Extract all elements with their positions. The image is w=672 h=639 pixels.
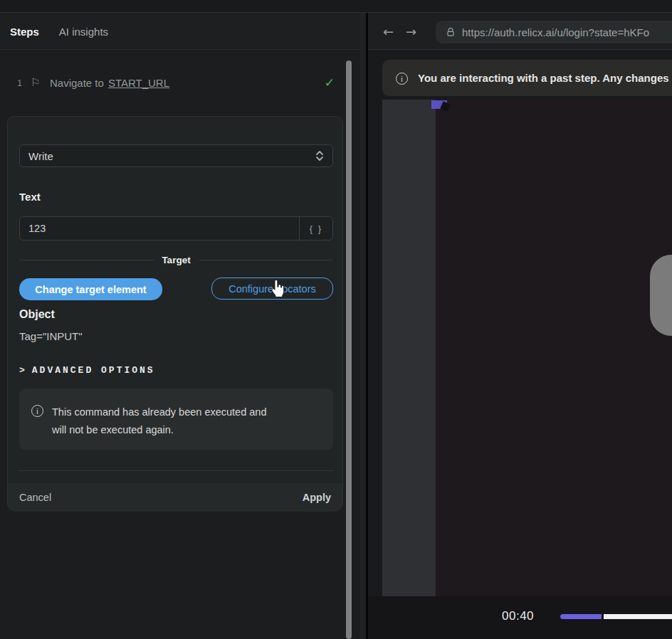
lock-icon — [446, 27, 456, 38]
recorded-page-viewport[interactable] — [382, 100, 672, 596]
floating-handle-pill[interactable] — [650, 255, 672, 336]
advanced-options-label: ADVANCED OPTIONS — [32, 365, 155, 376]
tab-ai-insights[interactable]: AI insights — [59, 26, 108, 38]
back-arrow-icon[interactable]: ← — [383, 24, 394, 39]
forward-arrow-icon[interactable]: → — [406, 24, 416, 39]
command-select[interactable]: Write — [19, 144, 333, 167]
cancel-button[interactable]: Cancel — [19, 492, 51, 503]
recorded-page-logo-mark — [440, 101, 451, 112]
left-panel-tabs: Steps AI insights — [10, 13, 108, 50]
info-message: This command has already been executed a… — [52, 403, 274, 450]
replay-stage: i You are interacting with a past step. … — [368, 50, 672, 639]
past-step-banner-text: You are interacting with a past step. An… — [418, 72, 669, 84]
apply-button[interactable]: Apply — [303, 492, 331, 503]
command-select-value: Write — [28, 150, 53, 162]
flag-icon: ⚐ — [31, 76, 50, 89]
variable-braces-button[interactable]: { } — [299, 217, 332, 240]
target-section-header: Target — [19, 255, 333, 265]
step-label: Navigate to — [50, 77, 104, 89]
chevron-right-icon: > — [19, 365, 25, 376]
recorded-page-sidebar — [382, 100, 436, 596]
already-executed-info-box: i This command has already been executed… — [19, 389, 333, 450]
text-field-label: Text — [19, 191, 41, 203]
progress-played — [560, 614, 602, 619]
window-top-strip — [0, 0, 672, 13]
past-step-banner: i You are interacting with a past step. … — [382, 60, 672, 96]
configure-locators-button[interactable]: Configure Locators — [211, 278, 333, 300]
divider-line — [199, 260, 333, 260]
player-progress-bar[interactable] — [560, 614, 672, 619]
step-number: 1 — [17, 78, 31, 88]
progress-remaining — [604, 614, 672, 619]
step-start-url-link[interactable]: START_URL — [108, 77, 169, 89]
info-icon: i — [396, 73, 408, 85]
step-editor-card: Write Text { } Target Change target elem… — [7, 116, 343, 511]
footer-divider — [19, 470, 333, 471]
panel-edge-highlight — [360, 13, 366, 639]
step-row[interactable]: 1 ⚐ Navigate to START_URL ✓ — [17, 73, 335, 92]
player-timeline: 00:40 — [368, 596, 672, 639]
url-text: https://auth.relicx.ai/u/login?state=hKF… — [462, 26, 649, 38]
tab-steps[interactable]: Steps — [10, 26, 39, 38]
change-target-element-button[interactable]: Change target element — [19, 278, 162, 300]
info-icon: i — [31, 405, 43, 417]
text-input-group: { } — [19, 216, 333, 241]
url-bar[interactable]: https://auth.relicx.ai/u/login?state=hKF… — [436, 21, 672, 43]
left-panel-scrollbar[interactable] — [346, 60, 352, 639]
object-tag-value: Tag="INPUT" — [19, 330, 83, 342]
target-section-label: Target — [162, 255, 190, 265]
select-updown-icon — [315, 150, 324, 162]
step-success-check-icon: ✓ — [325, 75, 335, 90]
browser-nav: ← → — [383, 13, 416, 50]
editor-footer: Cancel Apply — [8, 483, 342, 512]
advanced-options-toggle[interactable]: > ADVANCED OPTIONS — [19, 365, 155, 376]
divider-line — [19, 260, 153, 260]
player-time: 00:40 — [502, 609, 534, 623]
text-input[interactable] — [20, 217, 299, 240]
object-heading: Object — [19, 308, 55, 321]
app-root: Steps AI insights 1 ⚐ Navigate to START_… — [0, 0, 672, 639]
